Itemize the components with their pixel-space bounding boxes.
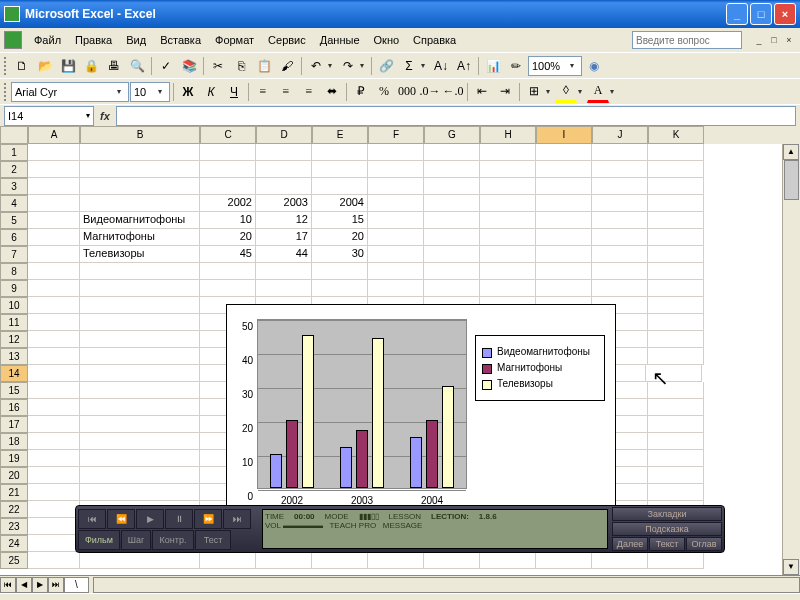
row-header[interactable]: 5: [0, 212, 28, 229]
cell[interactable]: [536, 161, 592, 178]
cell[interactable]: [648, 484, 704, 501]
chart-bar[interactable]: [340, 447, 352, 488]
row-header[interactable]: 15: [0, 382, 28, 399]
cell[interactable]: [648, 178, 704, 195]
doc-close-button[interactable]: ×: [782, 33, 796, 47]
print-icon[interactable]: 🖶: [103, 55, 125, 77]
cell[interactable]: [28, 416, 80, 433]
cut-icon[interactable]: ✂: [207, 55, 229, 77]
permission-icon[interactable]: 🔒: [80, 55, 102, 77]
cell[interactable]: [648, 450, 704, 467]
sort-desc-icon[interactable]: A↑: [453, 55, 475, 77]
cell[interactable]: [536, 263, 592, 280]
cell[interactable]: [80, 144, 200, 161]
font-size-combo[interactable]: 10▾: [130, 82, 170, 102]
cell[interactable]: [480, 195, 536, 212]
cell[interactable]: [256, 161, 312, 178]
cell[interactable]: [28, 348, 80, 365]
close-button[interactable]: ×: [774, 3, 796, 25]
cell[interactable]: [28, 178, 80, 195]
scroll-thumb[interactable]: [784, 160, 799, 200]
cell[interactable]: [368, 178, 424, 195]
cell[interactable]: 2004: [312, 195, 368, 212]
cell[interactable]: [648, 161, 704, 178]
row-header[interactable]: 12: [0, 331, 28, 348]
worksheet[interactable]: A B C D E F G H I J K 12342002200320045В…: [0, 126, 800, 575]
player-text-button[interactable]: Текст: [649, 537, 685, 551]
cell[interactable]: [28, 450, 80, 467]
cell[interactable]: [312, 280, 368, 297]
cell[interactable]: [592, 144, 648, 161]
formula-bar[interactable]: [116, 106, 796, 126]
format-painter-icon[interactable]: 🖌: [276, 55, 298, 77]
spellcheck-icon[interactable]: ✓: [155, 55, 177, 77]
col-header[interactable]: H: [480, 126, 536, 144]
cell[interactable]: [368, 195, 424, 212]
cell[interactable]: [424, 178, 480, 195]
row-header[interactable]: 8: [0, 263, 28, 280]
chart-bar[interactable]: [356, 430, 368, 488]
menu-window[interactable]: Окно: [368, 32, 406, 48]
cell[interactable]: [648, 280, 704, 297]
research-icon[interactable]: 📚: [178, 55, 200, 77]
cell[interactable]: [80, 433, 200, 450]
col-header[interactable]: E: [312, 126, 368, 144]
cell[interactable]: [592, 229, 648, 246]
cell[interactable]: [648, 416, 704, 433]
cell[interactable]: [480, 161, 536, 178]
chart-bar[interactable]: [426, 420, 438, 488]
cell[interactable]: [648, 144, 704, 161]
cell[interactable]: [424, 212, 480, 229]
horizontal-scrollbar[interactable]: [93, 577, 800, 593]
cell[interactable]: [80, 467, 200, 484]
cell[interactable]: [80, 331, 200, 348]
cell[interactable]: [200, 178, 256, 195]
player-bookmarks-button[interactable]: Закладки: [612, 507, 722, 521]
cell[interactable]: 2003: [256, 195, 312, 212]
cell[interactable]: [80, 263, 200, 280]
cell[interactable]: [648, 433, 704, 450]
cell[interactable]: [80, 280, 200, 297]
row-header[interactable]: 13: [0, 348, 28, 365]
cell[interactable]: [80, 382, 200, 399]
row-header[interactable]: 20: [0, 467, 28, 484]
cell[interactable]: [592, 263, 648, 280]
cell[interactable]: [28, 399, 80, 416]
paste-icon[interactable]: 📋: [253, 55, 275, 77]
cell[interactable]: [368, 280, 424, 297]
chart-wizard-icon[interactable]: 📊: [482, 55, 504, 77]
cell[interactable]: [80, 416, 200, 433]
col-header[interactable]: F: [368, 126, 424, 144]
maximize-button[interactable]: □: [750, 3, 772, 25]
cell[interactable]: [592, 280, 648, 297]
chart-bar[interactable]: [270, 454, 282, 488]
cell[interactable]: Телевизоры: [80, 246, 200, 263]
cell[interactable]: [80, 399, 200, 416]
fx-icon[interactable]: fx: [94, 110, 116, 122]
cell[interactable]: 20: [200, 229, 256, 246]
cell[interactable]: [592, 552, 648, 569]
col-header[interactable]: K: [648, 126, 704, 144]
currency-icon[interactable]: ₽: [350, 81, 372, 103]
merge-center-icon[interactable]: ⬌: [321, 81, 343, 103]
row-header[interactable]: 19: [0, 450, 28, 467]
scroll-down-icon[interactable]: ▼: [783, 559, 799, 575]
player-next-button[interactable]: Далее: [612, 537, 648, 551]
cell[interactable]: [480, 246, 536, 263]
row-header[interactable]: 14: [0, 365, 28, 382]
cell[interactable]: Видеомагнитофоны: [80, 212, 200, 229]
help-icon[interactable]: ◉: [583, 55, 605, 77]
cell[interactable]: [28, 501, 80, 518]
copy-icon[interactable]: ⎘: [230, 55, 252, 77]
menu-view[interactable]: Вид: [120, 32, 152, 48]
cell[interactable]: 15: [312, 212, 368, 229]
cell[interactable]: [648, 331, 704, 348]
cell[interactable]: 10: [200, 212, 256, 229]
cell[interactable]: [80, 314, 200, 331]
cell[interactable]: [368, 246, 424, 263]
cell[interactable]: [648, 297, 704, 314]
sheet-tab[interactable]: \: [64, 577, 89, 593]
chart-bar[interactable]: [302, 335, 314, 488]
redo-icon[interactable]: ↷: [337, 55, 359, 77]
cell[interactable]: [80, 450, 200, 467]
